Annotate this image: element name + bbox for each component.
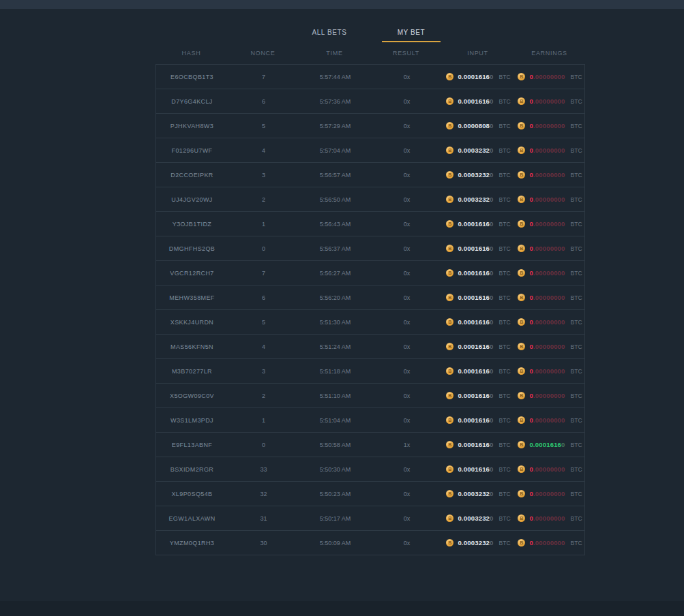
table-row[interactable]: PJHKVAH8W3 5 5:57:29 AM 0x B 0.00008080 … xyxy=(156,114,584,138)
bet-input-amount: B 0.00032320 BTC xyxy=(443,490,514,497)
bet-input-amount: B 0.00016160 BTC xyxy=(443,343,514,350)
table-row[interactable]: F01296U7WF 4 5:57:04 AM 0x B 0.00032320 … xyxy=(156,138,584,163)
input-value-trailing-zero: 0 xyxy=(490,147,493,154)
bet-earnings-amount: B 0.00000000 BTC xyxy=(514,269,586,277)
earnings-value: 0.00000000 xyxy=(529,367,565,375)
bet-result-multiplier: 0x xyxy=(371,491,443,497)
input-value-main: 0.0003232 xyxy=(458,539,490,546)
bets-tabs: ALL BETS MY BET xyxy=(155,22,585,42)
btc-coin-icon: B xyxy=(518,97,525,105)
column-header-result: RESULT xyxy=(370,50,442,57)
earnings-value-trailing: .00000000 xyxy=(533,490,565,497)
bet-earnings-amount: B 0.00000000 BTC xyxy=(514,392,586,399)
table-row[interactable]: M3B70277LR 3 5:51:18 AM 0x B 0.00016160 … xyxy=(156,359,584,384)
table-row[interactable]: XL9P0SQ54B 32 5:50:23 AM 0x B 0.00032320… xyxy=(156,482,584,506)
currency-label: BTC xyxy=(499,466,511,473)
earnings-value-trailing: .00000000 xyxy=(533,514,565,522)
input-value-main: 0.0003232 xyxy=(458,171,490,179)
bet-hash: YMZM0Q1RH3 xyxy=(156,540,228,546)
table-row[interactable]: MEHW358MEF 6 5:56:20 AM 0x B 0.00016160 … xyxy=(156,286,584,310)
currency-label: BTC xyxy=(499,147,511,154)
bet-input-amount: B 0.00032320 BTC xyxy=(443,171,514,179)
bet-input-amount: B 0.00016160 BTC xyxy=(443,73,514,80)
bets-history-page: ALL BETS MY BET HASH NONCE TIME RESULT I… xyxy=(0,0,684,616)
bet-input-amount: B 0.00016160 BTC xyxy=(443,269,514,277)
input-value: 0.00016160 xyxy=(458,392,493,399)
btc-coin-icon: B xyxy=(446,220,453,228)
table-row[interactable]: E6OCBQB1T3 7 5:57:44 AM 0x B 0.00016160 … xyxy=(156,65,584,89)
table-row[interactable]: BSXIDM2RGR 33 5:50:30 AM 0x B 0.00016160… xyxy=(156,457,584,482)
earnings-value-trailing: .00000000 xyxy=(533,220,565,228)
earnings-value-trailing: 0 xyxy=(561,441,565,448)
bets-panel: ALL BETS MY BET HASH NONCE TIME RESULT I… xyxy=(155,9,585,555)
currency-label: BTC xyxy=(571,270,582,277)
earnings-value: 0.00000000 xyxy=(529,245,565,252)
input-value-trailing-zero: 0 xyxy=(490,318,493,326)
table-row[interactable]: W3S1LM3PDJ 1 5:51:04 AM 0x B 0.00016160 … xyxy=(156,408,584,433)
table-row[interactable]: Y3OJB1TIDZ 1 5:56:43 AM 0x B 0.00016160 … xyxy=(156,212,584,236)
bet-nonce: 4 xyxy=(228,343,299,350)
bet-earnings-amount: B 0.00000000 BTC xyxy=(514,416,586,424)
btc-coin-icon: B xyxy=(446,392,453,399)
currency-label: BTC xyxy=(571,294,582,301)
bet-time: 5:50:30 AM xyxy=(299,466,371,473)
bet-earnings-amount: B 0.00000000 BTC xyxy=(514,73,586,80)
table-row[interactable]: E9FL13ABNF 0 5:50:58 AM 1x B 0.00016160 … xyxy=(156,433,584,457)
btc-coin-icon: B xyxy=(446,122,453,129)
table-row[interactable]: DMGHFHS2QB 0 5:56:37 AM 0x B 0.00016160 … xyxy=(156,236,584,261)
bet-nonce: 3 xyxy=(228,368,299,375)
bet-earnings-amount: B 0.00000000 BTC xyxy=(514,490,586,497)
bet-time: 5:51:10 AM xyxy=(299,392,371,399)
bet-earnings-amount: B 0.00000000 BTC xyxy=(514,514,586,522)
bet-input-amount: B 0.00032320 BTC xyxy=(443,147,514,154)
tab-all-bets[interactable]: ALL BETS xyxy=(300,22,359,42)
bet-nonce: 1 xyxy=(228,417,299,424)
input-value-trailing-zero: 0 xyxy=(490,367,493,375)
currency-label: BTC xyxy=(499,98,511,105)
table-row[interactable]: D2CCOEIPKR 3 5:56:57 AM 0x B 0.00032320 … xyxy=(156,163,584,187)
input-value-trailing-zero: 0 xyxy=(490,514,493,522)
btc-coin-icon: B xyxy=(518,220,525,228)
bet-hash: UJ4JGV20WJ xyxy=(156,196,228,203)
btc-coin-icon: B xyxy=(446,245,453,252)
btc-coin-icon: B xyxy=(446,490,453,497)
btc-coin-icon: B xyxy=(518,441,525,448)
earnings-value-trailing: .00000000 xyxy=(533,245,565,252)
table-row[interactable]: XSKKJ4URDN 5 5:51:30 AM 0x B 0.00016160 … xyxy=(156,310,584,335)
input-value-main: 0.0003232 xyxy=(458,147,490,154)
earnings-value: 0.00000000 xyxy=(529,122,565,129)
input-value-trailing-zero: 0 xyxy=(490,392,493,399)
currency-label: BTC xyxy=(499,245,511,252)
table-row[interactable]: VGCR12RCH7 7 5:56:27 AM 0x B 0.00016160 … xyxy=(156,261,584,286)
currency-label: BTC xyxy=(571,98,582,105)
btc-coin-icon: B xyxy=(518,269,525,277)
earnings-value: 0.00000000 xyxy=(529,294,565,301)
bet-time: 5:57:44 AM xyxy=(299,74,371,80)
currency-label: BTC xyxy=(499,343,511,350)
input-value-main: 0.0001616 xyxy=(458,416,490,424)
btc-coin-icon: B xyxy=(446,465,453,473)
input-value-main: 0.0001616 xyxy=(458,343,490,350)
btc-coin-icon: B xyxy=(518,73,525,80)
btc-coin-icon: B xyxy=(518,367,525,375)
table-row[interactable]: X5OGW09C0V 2 5:51:10 AM 0x B 0.00016160 … xyxy=(156,384,584,408)
bet-earnings-amount: B 0.00000000 BTC xyxy=(514,465,586,473)
earnings-value-trailing: .00000000 xyxy=(533,147,565,154)
earnings-value: 0.00000000 xyxy=(529,269,565,277)
table-row[interactable]: D7Y6G4KCLJ 6 5:57:36 AM 0x B 0.00016160 … xyxy=(156,89,584,114)
table-row[interactable]: EGW1ALXAWN 31 5:50:17 AM 0x B 0.00032320… xyxy=(156,506,584,531)
bet-result-multiplier: 0x xyxy=(371,540,443,546)
input-value: 0.00016160 xyxy=(458,97,493,105)
table-row[interactable]: YMZM0Q1RH3 30 5:50:09 AM 0x B 0.00032320… xyxy=(156,531,584,555)
table-row[interactable]: UJ4JGV20WJ 2 5:56:50 AM 0x B 0.00032320 … xyxy=(156,187,584,212)
bottom-bar xyxy=(0,601,684,616)
currency-label: BTC xyxy=(571,123,582,129)
table-row[interactable]: MAS56KFN5N 4 5:51:24 AM 0x B 0.00016160 … xyxy=(156,335,584,359)
bet-hash: XSKKJ4URDN xyxy=(156,319,228,326)
input-value: 0.00032320 xyxy=(458,514,493,522)
input-value: 0.00008080 xyxy=(458,122,493,129)
input-value-main: 0.0001616 xyxy=(458,220,490,228)
tab-my-bet[interactable]: MY BET xyxy=(382,22,441,42)
currency-label: BTC xyxy=(571,491,582,497)
currency-label: BTC xyxy=(571,417,582,424)
